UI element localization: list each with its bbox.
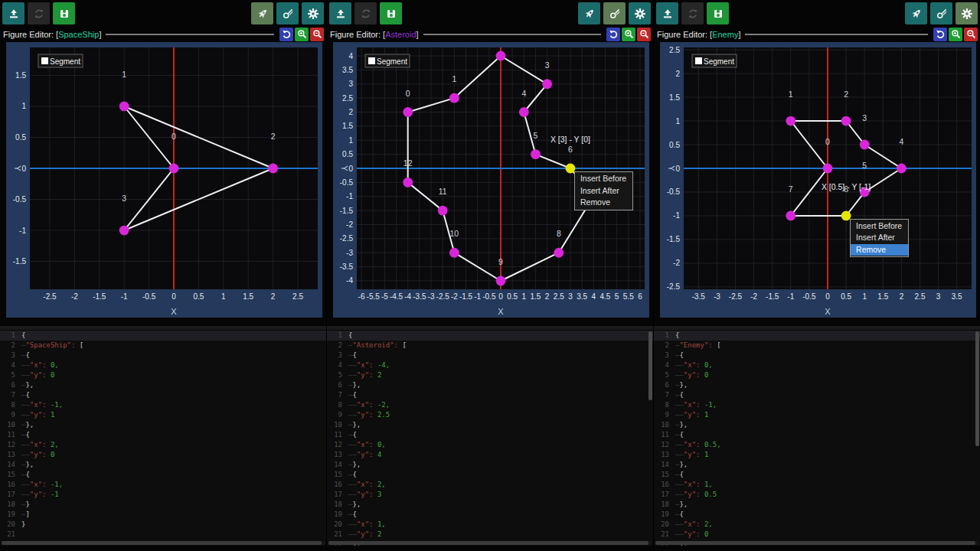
editor-vertical-scrollbar[interactable] bbox=[975, 331, 979, 446]
y-axis-label: Y bbox=[13, 165, 22, 171]
data-point-1[interactable] bbox=[786, 116, 795, 126]
data-point-12[interactable] bbox=[403, 178, 413, 187]
chart-canvas[interactable]: -6-5.5-5-4.5-4-3.5-3-2.5-2-1.5-1-0.500.5… bbox=[333, 42, 649, 318]
spaceship-tool-button[interactable] bbox=[578, 2, 600, 24]
data-point-9[interactable] bbox=[496, 276, 506, 286]
asteroid-tool-button[interactable] bbox=[276, 2, 299, 24]
x-axis-label: X bbox=[498, 307, 504, 316]
y-tick-label: -1 bbox=[19, 227, 26, 235]
zoom-out-button[interactable] bbox=[310, 28, 324, 41]
code-line-1: 1{ bbox=[0, 331, 326, 341]
code-line-15: 15—{ bbox=[0, 470, 326, 480]
upload-button[interactable] bbox=[656, 2, 678, 24]
save-button[interactable] bbox=[53, 2, 75, 24]
data-point-2[interactable] bbox=[268, 164, 278, 174]
json-editor[interactable]: 1{2—"Enemy": [3—{4——"x": 0,5——"y": 06—},… bbox=[654, 326, 980, 546]
data-point-0[interactable] bbox=[823, 164, 833, 174]
json-editor[interactable]: 1{2—"Asteroid": [3—{4——"x": -4,5——"y": 2… bbox=[327, 326, 653, 546]
undo-icon bbox=[936, 29, 946, 39]
code-line-10: 10—}, bbox=[0, 420, 326, 430]
code-line-19: 19—{ bbox=[654, 510, 980, 520]
spaceship-tool-button[interactable] bbox=[251, 2, 273, 24]
upload-button[interactable] bbox=[329, 2, 351, 24]
zoom-in-icon bbox=[951, 29, 961, 39]
editor-horizontal-scrollbar[interactable] bbox=[2, 541, 322, 545]
y-tick-label: -2 bbox=[673, 259, 680, 267]
refresh-button[interactable] bbox=[354, 2, 377, 24]
data-point-4[interactable] bbox=[897, 164, 906, 174]
data-point-4[interactable] bbox=[519, 107, 529, 117]
editor-vertical-scrollbar[interactable] bbox=[648, 331, 652, 400]
x-tick-label: -6 bbox=[358, 292, 365, 301]
zoom-in-button[interactable] bbox=[622, 28, 635, 41]
data-point-1[interactable] bbox=[449, 93, 459, 103]
enemy-tool-button[interactable] bbox=[629, 2, 651, 24]
refresh-button[interactable] bbox=[681, 2, 704, 24]
data-point-7[interactable] bbox=[786, 211, 795, 221]
y-tick-label: 1.5 bbox=[15, 71, 26, 80]
asteroid-tool-button[interactable] bbox=[930, 2, 952, 24]
save-button[interactable] bbox=[707, 2, 729, 24]
point-index-label: 10 bbox=[450, 229, 459, 238]
reset-view-button[interactable] bbox=[933, 28, 947, 41]
refresh-button[interactable] bbox=[28, 2, 50, 24]
legend-label: Segment bbox=[704, 57, 734, 66]
data-point-10[interactable] bbox=[449, 248, 459, 258]
chart-canvas[interactable]: -2.5-2-1.5-1-0.500.511.522.51.510.50-0.5… bbox=[6, 42, 322, 318]
context-menu-item-remove[interactable]: Remove bbox=[851, 244, 908, 256]
code-line-3: 3—{ bbox=[327, 350, 653, 360]
rocket-icon bbox=[910, 8, 923, 20]
code-line-16: 16——"x": -1, bbox=[0, 480, 326, 490]
zoom-out-button[interactable] bbox=[637, 28, 651, 41]
refresh-icon bbox=[687, 8, 699, 20]
context-menu-item-remove[interactable]: Remove bbox=[575, 197, 632, 209]
spaceship-tool-button[interactable] bbox=[905, 2, 927, 24]
editor-horizontal-scrollbar[interactable] bbox=[328, 541, 648, 545]
point-index-label: 4 bbox=[899, 137, 903, 146]
data-point-11[interactable] bbox=[438, 206, 448, 216]
save-button[interactable] bbox=[380, 2, 402, 24]
x-tick-label: 2 bbox=[900, 292, 904, 301]
json-editor[interactable]: 1{2—"SpaceShip": [3—{4——"x": 0,5——"y": 0… bbox=[0, 326, 326, 546]
data-point-2[interactable] bbox=[496, 51, 506, 61]
code-line-15: 15—{ bbox=[654, 470, 980, 480]
code-line-5: 5——"y": 2 bbox=[327, 370, 653, 380]
enemy-tool-button[interactable] bbox=[956, 2, 978, 24]
code-line-7: 7—{ bbox=[654, 390, 980, 400]
asteroid-tool-button[interactable] bbox=[603, 2, 626, 24]
code-line-5: 5——"y": 0 bbox=[654, 370, 980, 380]
context-menu-item-insert-before[interactable]: Insert Before bbox=[851, 220, 908, 233]
data-point-3[interactable] bbox=[542, 79, 552, 89]
code-line-13: 13——"y": 4 bbox=[327, 450, 653, 460]
data-point-8[interactable] bbox=[554, 248, 564, 258]
data-point-0[interactable] bbox=[169, 164, 179, 174]
zoom-in-button[interactable] bbox=[949, 28, 962, 41]
context-menu-item-insert-after[interactable]: Insert After bbox=[575, 185, 632, 197]
zoom-out-button[interactable] bbox=[964, 28, 978, 41]
panel-toolbar bbox=[0, 0, 326, 26]
chart-canvas[interactable]: -3.5-3-2.5-2-1.5-1-0.500.511.522.533.52.… bbox=[660, 42, 976, 318]
enemy-tool-button[interactable] bbox=[302, 2, 324, 24]
context-menu-item-insert-before[interactable]: Insert Before bbox=[575, 173, 632, 185]
zoom-in-button[interactable] bbox=[295, 28, 309, 41]
x-axis-label: X bbox=[171, 307, 177, 316]
editor-horizontal-scrollbar[interactable] bbox=[655, 541, 975, 545]
upload-button[interactable] bbox=[2, 2, 24, 24]
save-icon bbox=[58, 8, 70, 20]
legend: Segment bbox=[365, 54, 410, 67]
rocket-icon bbox=[583, 8, 596, 20]
data-point-2[interactable] bbox=[841, 116, 851, 126]
data-point-3[interactable] bbox=[860, 140, 870, 150]
coordinate-tooltip: X [0.5] - Y [-1] bbox=[822, 182, 871, 191]
x-tick-label: -0.5 bbox=[482, 292, 496, 301]
context-menu-item-insert-after[interactable]: Insert After bbox=[851, 232, 908, 244]
code-line-18: 18—}, bbox=[327, 500, 653, 510]
data-point-5[interactable] bbox=[531, 149, 541, 159]
y-tick-label: -3.5 bbox=[340, 262, 354, 271]
data-point-0[interactable] bbox=[403, 107, 413, 117]
reset-view-button[interactable] bbox=[279, 28, 293, 41]
reset-view-button[interactable] bbox=[606, 28, 620, 41]
data-point-3[interactable] bbox=[119, 226, 129, 236]
data-point-1[interactable] bbox=[119, 102, 129, 112]
code-line-19: 19—{ bbox=[327, 510, 653, 520]
